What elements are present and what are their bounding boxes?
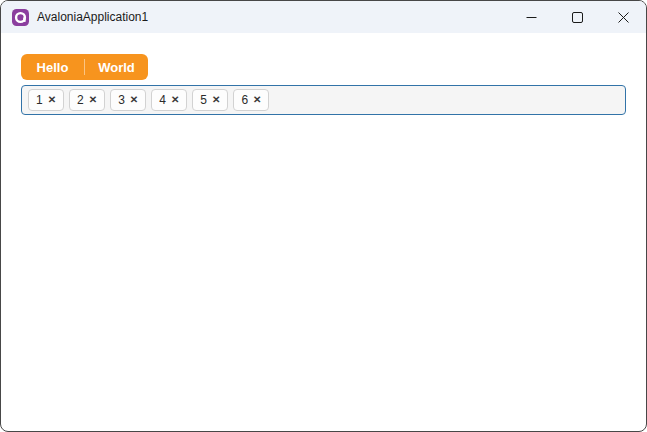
tag-remove-icon[interactable]: ✕ [253, 95, 261, 105]
tag-remove-icon[interactable]: ✕ [48, 95, 56, 105]
minimize-icon [526, 12, 537, 23]
tag-remove-icon[interactable]: ✕ [89, 95, 97, 105]
tab-world[interactable]: World [85, 54, 148, 80]
close-icon [618, 12, 629, 23]
tag-chip-label: 1 [36, 93, 43, 107]
tag-remove-icon[interactable]: ✕ [212, 95, 220, 105]
tab-strip: Hello World [21, 54, 148, 80]
maximize-button[interactable] [554, 1, 600, 33]
tag-chip-label: 2 [77, 93, 84, 107]
window-title: AvaloniaApplication1 [37, 10, 148, 24]
tag-chip-label: 4 [159, 93, 166, 107]
caption-buttons [508, 1, 646, 33]
tag-chip[interactable]: 5 ✕ [192, 89, 228, 111]
maximize-icon [572, 12, 583, 23]
tab-hello[interactable]: Hello [21, 54, 84, 80]
titlebar[interactable]: AvaloniaApplication1 [1, 1, 646, 33]
avalonia-logo-icon [12, 9, 29, 26]
tag-remove-icon[interactable]: ✕ [171, 95, 179, 105]
close-button[interactable] [600, 1, 646, 33]
tag-chip-label: 5 [200, 93, 207, 107]
tag-chip[interactable]: 6 ✕ [233, 89, 269, 111]
tag-chip[interactable]: 1 ✕ [28, 89, 64, 111]
tag-remove-icon[interactable]: ✕ [130, 95, 138, 105]
tag-chip[interactable]: 4 ✕ [151, 89, 187, 111]
tag-chip[interactable]: 2 ✕ [69, 89, 105, 111]
tag-chip-label: 6 [241, 93, 248, 107]
tag-chip-label: 3 [118, 93, 125, 107]
app-window: AvaloniaApplication1 Hello [0, 0, 647, 432]
tag-chip[interactable]: 3 ✕ [110, 89, 146, 111]
tag-input-box[interactable]: 1 ✕ 2 ✕ 3 ✕ 4 ✕ 5 ✕ 6 ✕ [21, 85, 626, 115]
minimize-button[interactable] [508, 1, 554, 33]
